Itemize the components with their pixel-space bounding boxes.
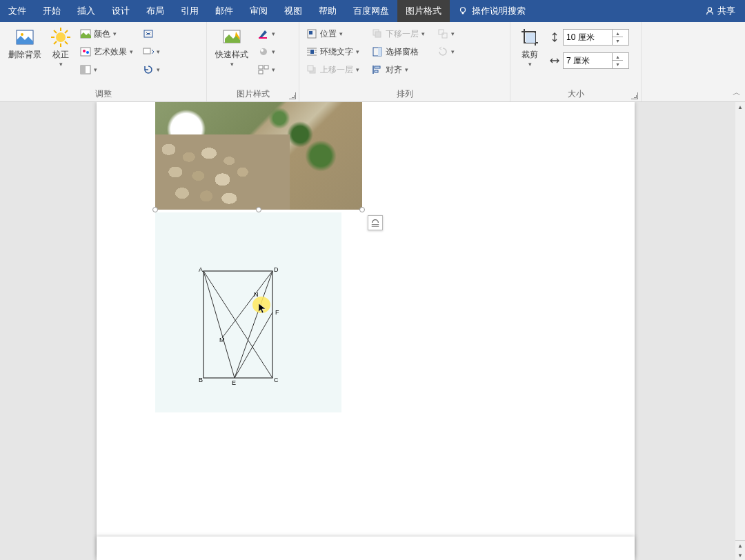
selection-pane-button[interactable]: 选择窗格 bbox=[369, 43, 428, 61]
bring-forward-icon bbox=[306, 64, 317, 75]
resize-handle-sw[interactable] bbox=[152, 207, 158, 212]
picture-layout-button[interactable]: ▾ bbox=[255, 61, 278, 79]
wrap-text-button[interactable]: 环绕文字 ▾ bbox=[304, 43, 362, 61]
effects-icon bbox=[258, 46, 269, 57]
scroll-prev-page-button[interactable]: ▲ bbox=[735, 541, 745, 550]
height-spinbox[interactable]: ▲▼ bbox=[563, 29, 629, 46]
corrections-button[interactable]: 校正 ▾ bbox=[46, 25, 76, 68]
compress-pictures-button[interactable] bbox=[140, 25, 163, 43]
tab-mailings[interactable]: 邮件 bbox=[207, 0, 241, 22]
vertical-scrollbar[interactable]: ▲ ▲ ▼ bbox=[735, 102, 745, 560]
corrections-icon bbox=[50, 26, 72, 48]
geometry-diagram-image[interactable]: A D B C E F M N bbox=[155, 212, 341, 412]
dialog-launcher-icon[interactable] bbox=[289, 92, 296, 99]
transparency-button[interactable]: ▾ bbox=[77, 61, 136, 79]
share-button[interactable]: 共享 bbox=[695, 0, 745, 22]
tab-review[interactable]: 审阅 bbox=[241, 0, 276, 22]
color-button[interactable]: 颜色 ▾ bbox=[77, 25, 136, 43]
dropdown-caret-icon: ▾ bbox=[528, 61, 532, 68]
resize-handle-s[interactable] bbox=[256, 207, 261, 212]
group-obj-icon bbox=[437, 28, 448, 39]
group-size-label: 大小 bbox=[510, 88, 641, 101]
svg-rect-1 bbox=[462, 12, 464, 14]
tab-design[interactable]: 设计 bbox=[103, 0, 138, 22]
tab-view[interactable]: 视图 bbox=[276, 0, 310, 22]
svg-line-57 bbox=[235, 312, 272, 378]
collapse-ribbon-button[interactable]: ︿ bbox=[733, 87, 741, 99]
tab-references[interactable]: 引用 bbox=[172, 0, 207, 22]
dialog-launcher-icon[interactable] bbox=[631, 92, 638, 99]
remove-background-button[interactable]: 删除背景 bbox=[4, 25, 46, 59]
scroll-up-button[interactable]: ▲ bbox=[735, 102, 745, 112]
scroll-track[interactable] bbox=[735, 112, 745, 540]
svg-line-12 bbox=[54, 41, 57, 44]
svg-point-25 bbox=[261, 49, 264, 52]
dropdown-caret-icon: ▾ bbox=[130, 48, 133, 55]
layout-options-button[interactable] bbox=[368, 215, 383, 230]
crop-button[interactable]: 裁剪 ▾ bbox=[515, 25, 545, 68]
artistic-effects-button[interactable]: 艺术效果 ▾ bbox=[77, 43, 136, 61]
ribbon: 删除背景 校正 ▾ 颜色 ▾ 艺术效果 ▾ bbox=[0, 22, 745, 102]
reset-picture-button[interactable]: ▾ bbox=[140, 61, 163, 79]
position-button[interactable]: 位置 ▾ bbox=[304, 25, 362, 43]
page-2 bbox=[97, 537, 635, 560]
tab-layout[interactable]: 布局 bbox=[138, 0, 172, 22]
spin-down-icon[interactable]: ▼ bbox=[613, 37, 623, 45]
dropdown-caret-icon: ▾ bbox=[94, 66, 97, 73]
position-icon bbox=[306, 28, 317, 39]
svg-text:E: E bbox=[232, 379, 236, 386]
dropdown-caret-icon: ▾ bbox=[451, 48, 455, 55]
group-picture-styles: 快速样式 ▾ ▾ ▾ ▾ 图片样式 bbox=[207, 22, 299, 101]
svg-rect-28 bbox=[259, 70, 263, 74]
dropdown-caret-icon: ▾ bbox=[113, 30, 117, 37]
rotate-button[interactable]: ▾ bbox=[435, 43, 457, 61]
artistic-label: 艺术效果 bbox=[94, 46, 127, 58]
dropdown-caret-icon: ▾ bbox=[230, 61, 234, 68]
resize-handle-se[interactable] bbox=[359, 207, 365, 212]
group-objects-button[interactable]: ▾ bbox=[435, 25, 457, 43]
tab-help[interactable]: 帮助 bbox=[310, 0, 345, 22]
spin-up-icon[interactable]: ▲ bbox=[613, 53, 623, 61]
rotate-icon bbox=[437, 46, 448, 57]
compress-icon bbox=[143, 28, 154, 39]
align-label: 对齐 bbox=[386, 64, 402, 76]
svg-text:M: M bbox=[219, 337, 225, 343]
svg-rect-45 bbox=[375, 66, 380, 68]
tab-insert[interactable]: 插入 bbox=[69, 0, 103, 22]
tab-baidu-netdisk[interactable]: 百度网盘 bbox=[345, 0, 397, 22]
send-backward-button[interactable]: 下移一层 ▾ bbox=[369, 25, 428, 43]
bring-forward-button[interactable]: 上移一层 ▾ bbox=[304, 61, 362, 79]
svg-rect-43 bbox=[378, 48, 381, 56]
person-share-icon bbox=[705, 6, 715, 16]
svg-point-2 bbox=[708, 8, 711, 11]
tab-file[interactable]: 文件 bbox=[0, 0, 34, 22]
change-picture-button[interactable]: ▾ bbox=[140, 43, 163, 61]
picture-border-button[interactable]: ▾ bbox=[255, 25, 278, 43]
mouse-cursor-icon bbox=[259, 303, 267, 313]
width-input[interactable] bbox=[564, 56, 612, 66]
align-button[interactable]: 对齐 ▾ bbox=[369, 61, 428, 79]
svg-rect-48 bbox=[442, 33, 447, 38]
scroll-next-page-button[interactable]: ▼ bbox=[735, 550, 745, 560]
quick-styles-icon bbox=[221, 26, 243, 48]
spin-down-icon[interactable]: ▼ bbox=[613, 61, 623, 68]
layout-options-icon bbox=[370, 218, 380, 228]
wrap-icon bbox=[306, 46, 317, 57]
picture-effects-button[interactable]: ▾ bbox=[255, 43, 278, 61]
svg-rect-19 bbox=[81, 66, 86, 74]
tab-home[interactable]: 开始 bbox=[34, 0, 69, 22]
svg-rect-49 bbox=[526, 33, 535, 43]
height-input[interactable] bbox=[564, 32, 612, 42]
photo-content bbox=[155, 102, 362, 210]
geometry-figure: A D B C E F M N bbox=[200, 268, 276, 381]
svg-line-11 bbox=[65, 41, 68, 44]
width-spinbox[interactable]: ▲▼ bbox=[563, 52, 629, 69]
document-canvas[interactable]: A D B C E F M N bbox=[0, 102, 735, 560]
tell-me-search[interactable]: 操作说明搜索 bbox=[450, 0, 695, 22]
align-icon bbox=[372, 64, 383, 75]
lightbulb-icon bbox=[458, 6, 468, 16]
quick-styles-button[interactable]: 快速样式 ▾ bbox=[211, 25, 252, 68]
spin-up-icon[interactable]: ▲ bbox=[613, 30, 623, 37]
tab-picture-format[interactable]: 图片格式 bbox=[397, 0, 450, 22]
selected-photo[interactable] bbox=[155, 102, 362, 210]
